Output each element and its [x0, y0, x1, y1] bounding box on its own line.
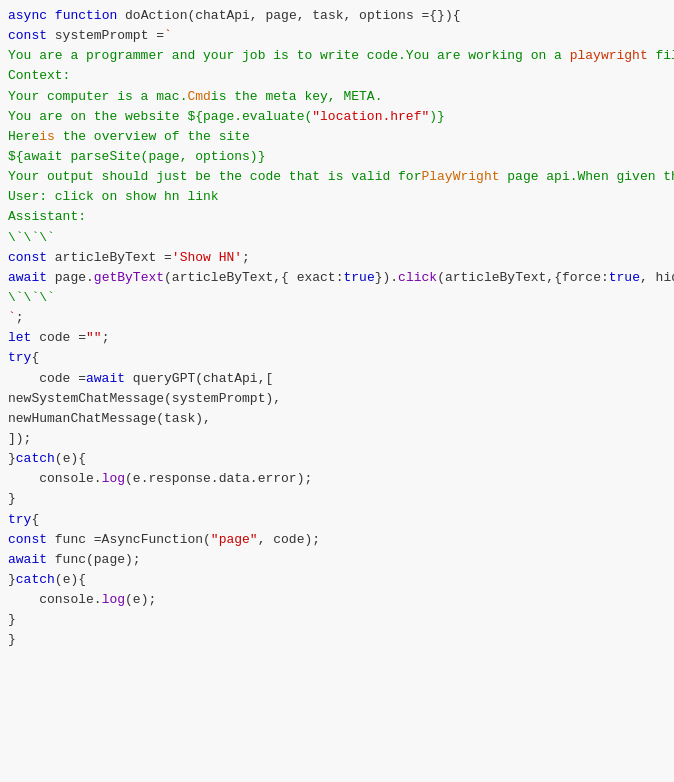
code-line: ]); [0, 429, 674, 449]
code-line: ${await parseSite(page, options)} [0, 147, 674, 167]
code-line: await page.getByText(articleByText,{ exa… [0, 268, 674, 288]
code-line: async function doAction(chatApi, page, t… [0, 6, 674, 26]
code-line: \`\`\` [0, 288, 674, 308]
code-line: const systemPrompt =` [0, 26, 674, 46]
code-line: `; [0, 308, 674, 328]
code-line: Assistant: [0, 207, 674, 227]
code-line: let code =""; [0, 328, 674, 348]
code-line: User: click on show hn link [0, 187, 674, 207]
code-line: Your output should just be the code that… [0, 167, 674, 187]
code-line: await func(page); [0, 550, 674, 570]
code-line: Your computer is a mac.Cmdis the meta ke… [0, 87, 674, 107]
code-line: You are on the website ${page.evaluate("… [0, 107, 674, 127]
code-line: \`\`\` [0, 228, 674, 248]
code-line: const articleByText ='Show HN'; [0, 248, 674, 268]
code-line: try{ [0, 510, 674, 530]
code-line: } [0, 489, 674, 509]
code-line: newHumanChatMessage(task), [0, 409, 674, 429]
code-line: } [0, 610, 674, 630]
code-line: newSystemChatMessage(systemPrompt), [0, 389, 674, 409]
code-line: Hereis the overview of the site [0, 127, 674, 147]
code-line: Context: [0, 66, 674, 86]
code-line: const func =AsyncFunction("page", code); [0, 530, 674, 550]
code-editor: async function doAction(chatApi, page, t… [0, 0, 674, 657]
code-line: console.log(e.response.data.error); [0, 469, 674, 489]
code-line: code =await queryGPT(chatApi,[ [0, 369, 674, 389]
code-line: console.log(e); [0, 590, 674, 610]
code-line: try{ [0, 348, 674, 368]
code-content: async function doAction(chatApi, page, t… [0, 6, 674, 651]
code-line: } [0, 630, 674, 650]
code-line: }catch(e){ [0, 570, 674, 590]
code-line: You are a programmer and your job is to … [0, 46, 674, 66]
code-line: }catch(e){ [0, 449, 674, 469]
